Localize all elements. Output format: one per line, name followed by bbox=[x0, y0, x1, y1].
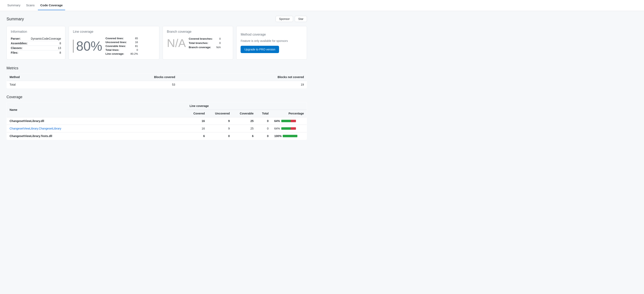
line-coverage-percentage: 80% bbox=[73, 40, 102, 53]
header-buttons: Sponsor Star bbox=[276, 16, 307, 22]
line-coverage-title: Line coverage bbox=[73, 30, 155, 33]
branch-stat-value: 0 bbox=[214, 41, 222, 45]
info-row: Classes: 13 bbox=[11, 46, 61, 50]
coverage-name-cell: ChangesetViewLibrary.Tests.dll bbox=[7, 132, 187, 140]
method-sponsor-text: Feature is only available for sponsors bbox=[240, 39, 288, 42]
metrics-col-blocks-not-covered: Blocks not covered bbox=[178, 73, 307, 81]
method-coverage-title: Method coverage bbox=[240, 33, 266, 36]
line-stat-row: Total lines: 0 bbox=[106, 48, 139, 52]
tab-summary[interactable]: Summary bbox=[5, 0, 23, 10]
line-stat-value: 80.2% bbox=[128, 52, 139, 56]
line-stat-label: Coverable lines: bbox=[106, 44, 128, 48]
tab-scans[interactable]: Scans bbox=[24, 0, 37, 10]
coverage-uncovered: 9 bbox=[208, 117, 233, 125]
coverage-row: ChangesetViewLibrary.Tests.dll 6 0 6 0 1… bbox=[7, 132, 307, 140]
info-value: DynamicCodeCoverage bbox=[31, 36, 61, 41]
metrics-method: Total bbox=[7, 81, 71, 88]
coverage-col-total: Total bbox=[256, 110, 272, 117]
top-nav: Summary Scans Code Coverage bbox=[0, 0, 644, 11]
percentage-label: 64% bbox=[274, 119, 280, 123]
coverage-title: Coverage bbox=[6, 95, 307, 99]
branch-coverage-card: Branch coverage N/A Covered branches: 0 … bbox=[163, 26, 233, 59]
branch-stats: Covered branches: 0 Total branches: 0 Br… bbox=[189, 37, 222, 49]
info-value: 8 bbox=[31, 41, 61, 46]
coverage-col-uncovered: Uncovered bbox=[208, 110, 233, 117]
bar-green bbox=[281, 127, 291, 130]
bar-container bbox=[281, 120, 296, 122]
branch-stat-label: Covered branches: bbox=[189, 37, 214, 41]
coverage-name-cell[interactable]: ChangesetViewLibrary.ChangesetLibrary bbox=[7, 125, 187, 132]
bar-red bbox=[291, 127, 296, 130]
method-coverage-card: Method coverage Feature is only availabl… bbox=[236, 26, 307, 59]
info-table: Parser: DynamicCodeCoverage Assemblies: … bbox=[11, 36, 61, 55]
coverage-coverable: 25 bbox=[233, 125, 256, 132]
tab-code-coverage[interactable]: Code Coverage bbox=[38, 0, 65, 10]
bar-green bbox=[283, 135, 297, 137]
metrics-row: Total 53 19 bbox=[7, 81, 307, 88]
coverage-row: ChangesetViewLibrary.dll 16 9 25 0 64% bbox=[7, 117, 307, 125]
info-row: Files: 8 bbox=[11, 50, 61, 55]
coverage-col-percentage: Percentage bbox=[272, 110, 307, 117]
branch-stat-row: Covered branches: 0 bbox=[189, 37, 222, 41]
coverage-total: 0 bbox=[256, 132, 272, 140]
summary-header: Summary Sponsor Star bbox=[6, 16, 307, 22]
bar-green bbox=[281, 120, 291, 122]
star-button[interactable]: Star bbox=[295, 16, 307, 22]
percentage-label: 100% bbox=[274, 134, 282, 138]
coverage-table: Name Line coverage Covered Uncovered Cov… bbox=[6, 102, 307, 140]
info-row: Assemblies: 8 bbox=[11, 41, 61, 46]
metrics-blocks-covered: 53 bbox=[71, 81, 178, 88]
coverage-link[interactable]: ChangesetViewLibrary.ChangesetLibrary bbox=[10, 127, 61, 130]
line-coverage-card: Line coverage 80% Covered lines: 65 Unco… bbox=[68, 26, 159, 59]
branch-stat-value: 0 bbox=[214, 37, 222, 41]
line-stat-row: Coverable lines: 81 bbox=[106, 44, 139, 48]
bar-container bbox=[281, 127, 296, 130]
branch-stat-label: Total branches: bbox=[189, 41, 214, 45]
line-stat-value: 0 bbox=[128, 48, 139, 52]
metrics-blocks-not-covered: 19 bbox=[178, 81, 307, 88]
info-card-title: Information bbox=[11, 30, 61, 33]
coverage-uncovered: 0 bbox=[208, 132, 233, 140]
info-label: Assemblies: bbox=[11, 41, 31, 46]
coverage-col-coverable: Coverable bbox=[233, 110, 256, 117]
line-coverage-body: 80% Covered lines: 65 Uncovered lines: 1… bbox=[73, 36, 155, 56]
info-value: 8 bbox=[31, 50, 61, 55]
info-row: Parser: DynamicCodeCoverage bbox=[11, 36, 61, 41]
coverage-col-covered: Covered bbox=[187, 110, 208, 117]
coverage-stats: Covered lines: 65 Uncovered lines: 16 Co… bbox=[106, 36, 139, 56]
bar-red bbox=[291, 120, 296, 122]
info-label: Files: bbox=[11, 50, 31, 55]
metrics-table: Method Blocks covered Blocks not covered… bbox=[6, 73, 307, 88]
line-stat-row: Line coverage: 80.2% bbox=[106, 52, 139, 56]
coverage-total: 0 bbox=[256, 117, 272, 125]
branch-na: N/A bbox=[167, 36, 186, 50]
coverage-percentage-cell: 100% bbox=[272, 132, 307, 140]
percentage-label: 64% bbox=[274, 127, 280, 130]
sponsor-button[interactable]: Sponsor bbox=[276, 16, 293, 22]
coverage-name-cell: ChangesetViewLibrary.dll bbox=[7, 117, 187, 125]
bar-container bbox=[283, 135, 297, 137]
metrics-col-method: Method bbox=[7, 73, 71, 81]
coverage-covered: 6 bbox=[187, 132, 208, 140]
coverage-covered: 16 bbox=[187, 125, 208, 132]
branch-body: N/A Covered branches: 0 Total branches: … bbox=[167, 36, 229, 50]
coverage-row: ChangesetViewLibrary.ChangesetLibrary 16… bbox=[7, 125, 307, 132]
line-stat-row: Covered lines: 65 bbox=[106, 36, 139, 40]
coverage-coverable: 6 bbox=[233, 132, 256, 140]
info-label: Parser: bbox=[11, 36, 31, 41]
coverage-total: 0 bbox=[256, 125, 272, 132]
branch-coverage-title: Branch coverage bbox=[167, 30, 229, 33]
page-title: Summary bbox=[6, 17, 24, 21]
bar-cell: 64% bbox=[274, 119, 304, 123]
branch-stat-row: Total branches: 0 bbox=[189, 41, 222, 45]
upgrade-button[interactable]: Upgrade to PRO version bbox=[240, 46, 279, 53]
coverage-col-name: Name bbox=[7, 102, 187, 117]
info-label: Classes: bbox=[11, 46, 31, 50]
line-stat-value: 81 bbox=[128, 44, 139, 48]
line-stat-label: Covered lines: bbox=[106, 36, 128, 40]
line-stat-label: Line coverage: bbox=[106, 52, 128, 56]
line-stat-label: Total lines: bbox=[106, 48, 128, 52]
cards-row: Information Parser: DynamicCodeCoverage … bbox=[6, 26, 307, 59]
coverage-percentage-cell: 64% bbox=[272, 125, 307, 132]
info-value: 13 bbox=[31, 46, 61, 50]
